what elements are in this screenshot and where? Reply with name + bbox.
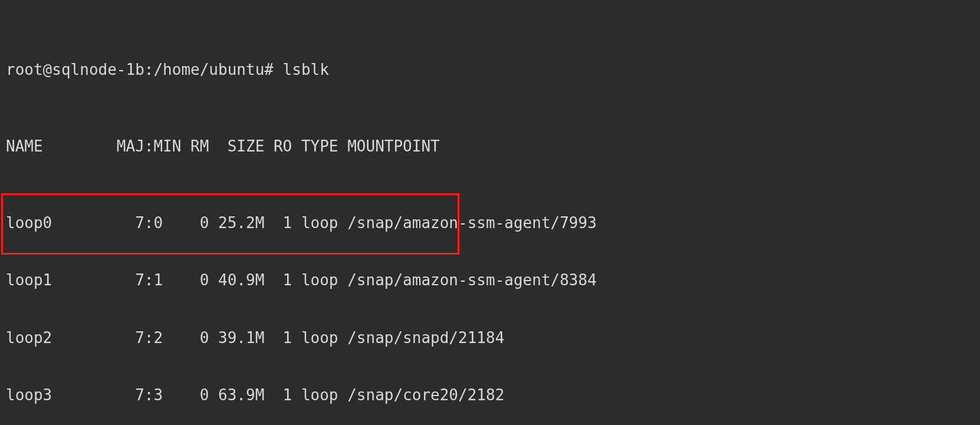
lsblk-row: loop3 7:3 0 63.9M 1 loop /snap/core20/21…: [6, 386, 974, 405]
lsblk-row: loop0 7:0 0 25.2M 1 loop /snap/amazon-ss…: [6, 213, 974, 233]
lsblk-header: NAME MAJ:MIN RM SIZE RO TYPE MOUNTPOINT: [6, 137, 974, 156]
prompt-line-1: root@sqlnode-1b:/home/ubuntu# lsblk: [6, 60, 974, 80]
terminal-window[interactable]: root@sqlnode-1b:/home/ubuntu# lsblk NAME…: [0, 0, 980, 425]
lsblk-row: loop2 7:2 0 39.1M 1 loop /snap/snapd/211…: [6, 328, 974, 348]
shell-prompt: root@sqlnode-1b:/home/ubuntu#: [6, 61, 283, 78]
command-text: lsblk: [283, 61, 329, 78]
lsblk-row: loop1 7:1 0 40.9M 1 loop /snap/amazon-ss…: [6, 271, 974, 290]
